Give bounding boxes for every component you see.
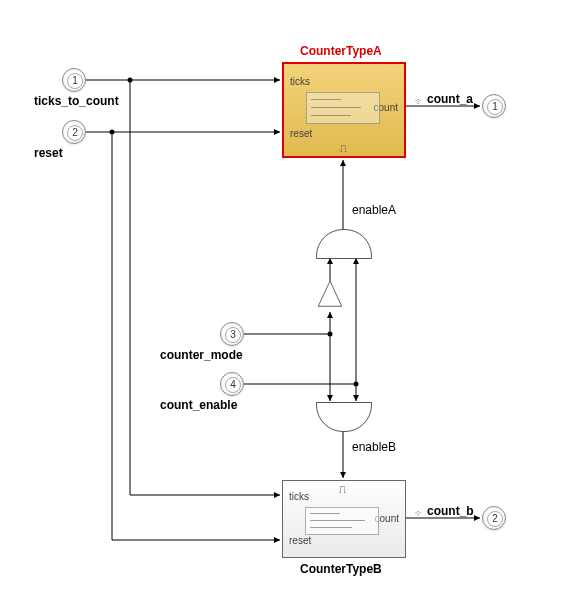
counter-b-title: CounterTypeB xyxy=(300,562,382,576)
inport-4[interactable]: 4 xyxy=(220,372,244,396)
svg-marker-4 xyxy=(318,281,341,306)
inport-4-number: 4 xyxy=(225,377,241,393)
outport-1[interactable]: 1 xyxy=(482,94,506,118)
inport-4-label: count_enable xyxy=(160,398,237,412)
counter-a-preview xyxy=(306,92,380,124)
inport-2-number: 2 xyxy=(67,125,83,141)
outport-1-number: 1 xyxy=(487,99,503,115)
inport-3-number: 3 xyxy=(225,327,241,343)
subsystem-counter-b[interactable]: ⎍ ticks reset count xyxy=(282,480,406,558)
diagram-canvas: 1 ticks_to_count 2 reset 3 counter_mode … xyxy=(0,0,578,593)
trigger-port-icon: ⎍ xyxy=(340,142,347,154)
inport-3[interactable]: 3 xyxy=(220,322,244,346)
logic-and-b[interactable] xyxy=(316,402,370,430)
inport-3-label: counter_mode xyxy=(160,348,243,362)
outport-2-label: count_b xyxy=(427,504,474,518)
svg-point-3 xyxy=(354,382,359,387)
counter-b-port-reset: reset xyxy=(289,535,311,546)
inport-1-number: 1 xyxy=(67,73,83,89)
outport-1-label: count_a xyxy=(427,92,473,106)
svg-point-1 xyxy=(110,130,115,135)
counter-a-port-ticks: ticks xyxy=(290,76,310,87)
counter-a-title: CounterTypeA xyxy=(300,44,382,58)
counter-a-port-reset: reset xyxy=(290,128,312,139)
outport-2[interactable]: 2 xyxy=(482,506,506,530)
signal-log-icon: ᯤ xyxy=(415,96,425,107)
counter-b-preview xyxy=(305,507,379,535)
outport-2-number: 2 xyxy=(487,511,503,527)
inport-2[interactable]: 2 xyxy=(62,120,86,144)
inport-1[interactable]: 1 xyxy=(62,68,86,92)
signal-enable-b: enableB xyxy=(352,440,396,454)
svg-point-0 xyxy=(128,78,133,83)
logic-and-a[interactable] xyxy=(316,229,370,257)
trigger-port-icon: ⎍ xyxy=(339,483,346,495)
counter-b-port-ticks: ticks xyxy=(289,491,309,502)
svg-point-2 xyxy=(328,332,333,337)
inport-1-label: ticks_to_count xyxy=(34,94,119,108)
logic-not[interactable] xyxy=(317,281,343,309)
inport-2-label: reset xyxy=(34,146,63,160)
signal-log-icon: ᯤ xyxy=(415,508,425,519)
signal-enable-a: enableA xyxy=(352,203,396,217)
subsystem-counter-a[interactable]: ticks reset count ⎍ xyxy=(282,62,406,158)
